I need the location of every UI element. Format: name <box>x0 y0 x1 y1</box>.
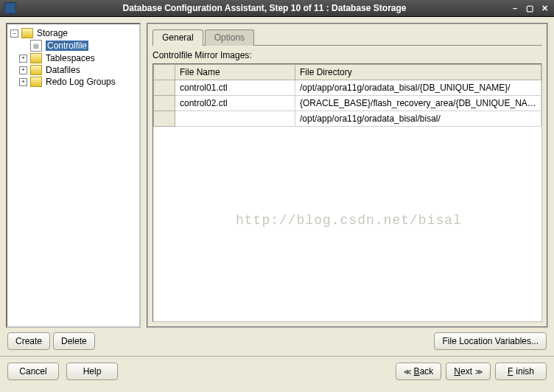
folder-icon <box>30 65 42 75</box>
tree-node-controlfile[interactable]: ▤ Controlfile <box>9 39 138 52</box>
col-filedirectory[interactable]: File Directory <box>295 65 541 80</box>
expand-icon[interactable]: + <box>19 55 27 63</box>
page-icon: ▤ <box>30 40 42 52</box>
details-panel: General Options Controlfile Mirror Image… <box>147 23 548 328</box>
folder-icon <box>30 77 42 87</box>
file-location-variables-button[interactable]: File Location Variables... <box>434 332 547 350</box>
create-button[interactable]: Create <box>7 332 50 350</box>
app-icon <box>4 2 16 14</box>
table-row[interactable]: /opt/app/ora11g/oradata_bisal/bisal/ <box>154 111 541 127</box>
cancel-button[interactable]: Cancel <box>7 363 59 380</box>
next-button[interactable]: Next≫ <box>446 363 491 380</box>
window-title: Database Configuration Assistant, Step 1… <box>21 3 508 13</box>
help-button[interactable]: Help <box>66 363 118 380</box>
tree-node-tablespaces[interactable]: + Tablespaces <box>9 52 138 64</box>
chevron-right-icon: ≫ <box>475 368 483 376</box>
finish-button[interactable]: Finish <box>495 363 547 380</box>
cell-filename[interactable] <box>175 111 295 127</box>
table-row[interactable]: control01.ctl /opt/app/ora11g/oradata_bi… <box>154 80 541 96</box>
storage-tree[interactable]: – Storage ▤ Controlfile + Tablespaces + … <box>6 23 141 328</box>
tree-label: Datafiles <box>46 65 80 75</box>
table-row[interactable]: control02.ctl {ORACLE_BASE}/flash_recove… <box>154 96 541 111</box>
cell-filedir[interactable]: /opt/app/ora11g/oradata_bisal/{DB_UNIQUE… <box>295 80 541 96</box>
tree-label: Controlfile <box>46 41 88 51</box>
tree-label: Tablespaces <box>46 53 95 63</box>
tree-label: Storage <box>37 28 68 38</box>
cell-filedir[interactable]: {ORACLE_BASE}/flash_recovery_area/{DB_UN… <box>295 96 541 111</box>
minimize-button[interactable]: – <box>508 3 522 13</box>
collapse-icon[interactable]: – <box>10 29 18 38</box>
delete-button[interactable]: Delete <box>53 332 95 350</box>
expand-icon[interactable]: + <box>19 66 27 74</box>
tab-general[interactable]: General <box>152 29 203 46</box>
folder-icon <box>21 28 33 38</box>
title-bar: Database Configuration Assistant, Step 1… <box>0 0 554 17</box>
controlfile-table[interactable]: File Name File Directory control01.ctl /… <box>152 63 542 322</box>
tree-node-datafiles[interactable]: + Datafiles <box>9 64 138 76</box>
tab-options[interactable]: Options <box>205 29 254 46</box>
col-filename[interactable]: File Name <box>175 65 295 80</box>
expand-icon[interactable]: + <box>19 78 27 86</box>
cell-filedir[interactable]: /opt/app/ora11g/oradata_bisal/bisal/ <box>295 111 541 127</box>
tree-label: Redo Log Groups <box>46 77 116 87</box>
section-label: Controlfile Mirror Images: <box>152 50 542 60</box>
maximize-button[interactable]: ▢ <box>523 3 536 13</box>
table-header: File Name File Directory <box>154 65 541 80</box>
cell-filename[interactable]: control01.ctl <box>175 80 295 96</box>
tree-node-redolog[interactable]: + Redo Log Groups <box>9 76 138 88</box>
back-button[interactable]: ≪Back <box>396 363 442 380</box>
close-button[interactable]: ✕ <box>538 3 551 13</box>
tree-node-root[interactable]: – Storage <box>9 27 138 39</box>
folder-icon <box>30 53 42 63</box>
chevron-left-icon: ≪ <box>404 368 411 376</box>
cell-filename[interactable]: control02.ctl <box>175 96 295 111</box>
